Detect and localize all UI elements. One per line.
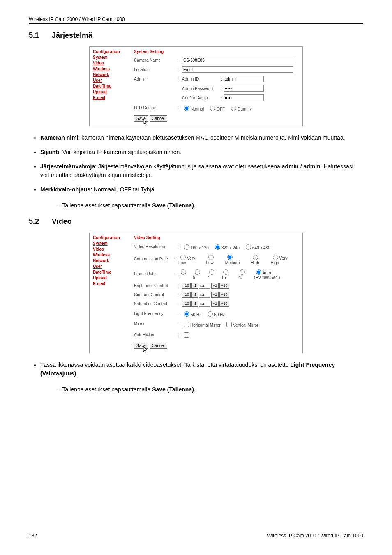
led-dummy-radio[interactable] [231,106,236,111]
bullet-video-settings: Tässä ikkunassa voidaan asettaa kaikki v… [40,361,363,378]
video-cancel-button[interactable]: Cancel [150,343,167,349]
nav-title: Configuration [93,49,127,54]
bright-p1-button[interactable]: +1 [211,283,219,289]
comp-m-radio[interactable] [227,255,233,260]
lf-60-radio[interactable] [208,311,213,317]
contrast-m1-button[interactable]: -1 [191,292,198,298]
config-nav: Configuration System Video Wireless Netw… [90,47,131,126]
nav-wireless[interactable]: Wireless [93,67,127,71]
contrast-value-input[interactable] [199,292,210,298]
fr-7-radio[interactable] [209,269,214,275]
nav-network[interactable]: Network [93,72,127,77]
light-frequency-label: Light Frequency [134,311,177,316]
page-number: 132 [29,533,37,539]
cancel-button[interactable]: Cancel [150,115,167,122]
comp-h-radio[interactable] [253,255,258,260]
saturation-label: Saturation Control [134,302,177,306]
comp-vl-radio[interactable] [180,255,186,260]
section-title-5-2: 5.2Video [29,217,363,226]
contrast-label: Contrast Control [134,292,177,297]
bright-m10-button[interactable]: -10 [182,283,191,289]
fr-5-radio[interactable] [195,269,200,275]
nav2-video[interactable]: Video [93,247,127,251]
page-footer: 132 Wireless IP Cam 2000 / Wired IP Cam … [29,533,363,539]
nav-video[interactable]: Video [93,61,127,65]
camera-name-input[interactable] [182,57,293,63]
anti-flicker-checkbox[interactable] [184,332,189,338]
bright-value-input[interactable] [199,283,210,289]
location-input[interactable] [182,66,293,73]
fr-20-radio[interactable] [240,269,245,275]
dash-save-1: Tallenna asetukset napsauttamalla Save (… [58,201,363,210]
dash-save-2: Tallenna asetukset napsauttamalla Save (… [58,385,363,394]
compression-rate-label: Compression Rate [134,257,174,261]
res-160-radio[interactable] [184,244,189,250]
confirm-again-label: Confirm Again [182,96,221,100]
confirm-again-input[interactable] [224,94,264,101]
save-button[interactable]: Save [134,115,148,122]
bullet-camera-name: Kameran nimi: kameran nimenä käytetään o… [40,134,363,142]
lf-50-radio[interactable] [184,311,189,317]
sat-m10-button[interactable]: -10 [182,301,191,307]
nav-system[interactable]: System [93,55,127,60]
admin-password-input[interactable] [224,85,264,92]
fr-1-radio[interactable] [181,269,186,275]
video-resolution-label: Video Resolution [134,244,177,249]
nav2-user[interactable]: User [93,264,127,269]
video-setting-title: Video Setting [134,235,299,240]
bright-m1-button[interactable]: -1 [191,283,198,289]
led-normal-radio[interactable] [184,106,189,111]
fr-auto-radio[interactable] [256,269,261,275]
nav2-email[interactable]: E-mail [93,281,127,286]
admin-id-input[interactable] [224,76,264,82]
nav-title-2: Configuration [93,235,127,240]
section-title-5-1: 5.1Järjestelmä [29,31,363,40]
config-nav-2: Configuration System Video Wireless Netw… [90,233,131,353]
nav-upload[interactable]: Upload [93,90,127,94]
nav-datetime[interactable]: DateTime [93,84,127,88]
frame-rate-label: Frame Rate [134,272,174,276]
nav-email[interactable]: E-mail [93,95,127,100]
contrast-m10-button[interactable]: -10 [182,292,191,298]
page-header: Wireless IP Cam 2000 / Wired IP Cam 1000 [29,16,363,24]
sat-p10-button[interactable]: +10 [219,301,229,307]
fr-15-radio[interactable] [223,269,228,275]
video-setting-panel: Configuration System Video Wireless Netw… [89,233,303,353]
comp-vh-radio[interactable] [273,255,278,260]
nav2-datetime[interactable]: DateTime [93,270,127,274]
bullet-location: Sijainti: Voit kirjoittaa IP-kameran sij… [40,148,363,157]
section-5-1-bullets: Kameran nimi: kameran nimenä käytetään o… [29,134,363,194]
nav-user[interactable]: User [93,78,127,83]
sat-m1-button[interactable]: -1 [191,301,198,307]
res-320-radio[interactable] [215,244,220,250]
bullet-admin: Järjestelmänvalvoja: Järjestelmänvalvoja… [40,162,363,180]
comp-l-radio[interactable] [208,255,214,260]
res-640-radio[interactable] [246,244,251,250]
section-5-2-bullets: Tässä ikkunassa voidaan asettaa kaikki v… [29,361,363,378]
anti-flicker-label: Anti-Flicker [134,332,177,337]
led-control-label: LED Control [134,106,177,110]
admin-id-label: Admin ID [182,77,221,81]
admin-password-label: Admin Password [182,86,221,91]
contrast-p1-button[interactable]: +1 [211,292,219,298]
horizontal-mirror-checkbox[interactable] [184,322,189,327]
camera-name-label: Camera Name [134,58,177,62]
nav2-system[interactable]: System [93,241,127,246]
admin-label: Admin [134,77,177,81]
led-off-radio[interactable] [210,106,215,111]
vertical-mirror-checkbox[interactable] [226,322,232,327]
location-label: Location [134,67,177,72]
bullet-led: Merkkivalo-ohjaus: Normaali, OFF tai Tyh… [40,185,363,194]
sat-value-input[interactable] [199,301,210,307]
mirror-label: Mirror [134,322,177,326]
bright-p10-button[interactable]: +10 [219,283,229,289]
brightness-label: Brightness Control [134,283,177,288]
sat-p1-button[interactable]: +1 [211,301,219,307]
nav2-wireless[interactable]: Wireless [93,253,127,257]
video-save-button[interactable]: Save [134,343,148,349]
system-setting-title: System Setting [134,49,299,54]
nav2-network[interactable]: Network [93,258,127,263]
system-setting-panel: Configuration System Video Wireless Netw… [89,46,303,126]
contrast-p10-button[interactable]: +10 [219,292,229,298]
nav2-upload[interactable]: Upload [93,276,127,280]
